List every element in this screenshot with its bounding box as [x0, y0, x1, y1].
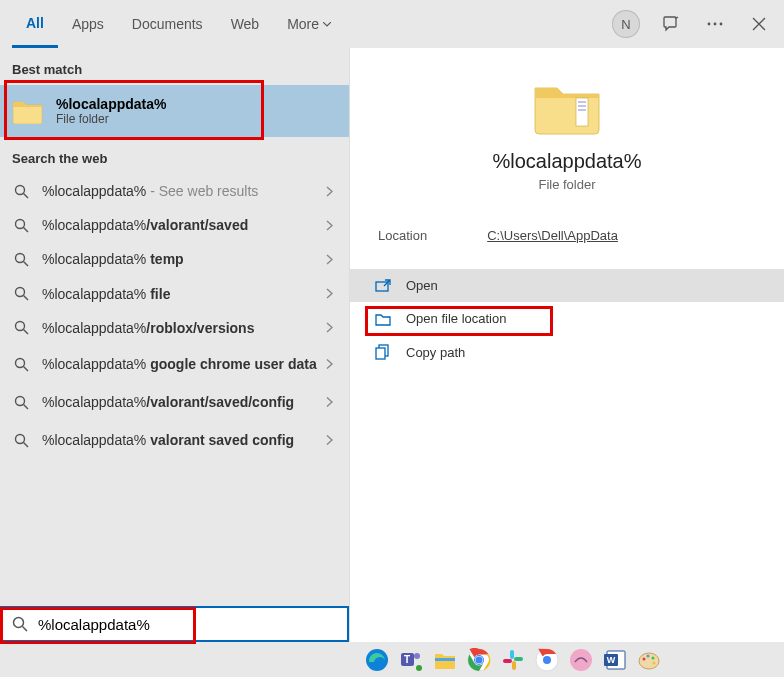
taskbar-chrome-icon[interactable]	[465, 646, 493, 674]
web-result-item[interactable]: %localappdata% google chrome user data	[0, 345, 349, 383]
svg-point-17	[15, 435, 24, 444]
svg-line-18	[23, 443, 28, 448]
taskbar-edge-icon[interactable]	[363, 646, 391, 674]
svg-point-26	[14, 618, 24, 628]
best-match-header: Best match	[0, 48, 349, 85]
web-result-text: %localappdata%/roblox/versions	[42, 319, 337, 337]
user-avatar[interactable]: N	[612, 10, 640, 38]
svg-rect-42	[503, 659, 512, 663]
search-icon	[12, 286, 30, 301]
svg-point-15	[15, 397, 24, 406]
web-result-item[interactable]: %localappdata% - See web results	[0, 174, 349, 208]
svg-rect-39	[510, 650, 514, 659]
chevron-right-icon	[326, 220, 333, 231]
svg-rect-33	[435, 658, 455, 661]
svg-point-45	[570, 649, 592, 671]
web-result-item[interactable]: %localappdata%/roblox/versions	[0, 311, 349, 345]
tab-more[interactable]: More	[273, 0, 345, 48]
web-result-text: %localappdata% file	[42, 285, 337, 303]
svg-point-52	[652, 656, 655, 659]
svg-point-11	[15, 322, 24, 331]
web-result-item[interactable]: %localappdata% temp	[0, 242, 349, 276]
taskbar-explorer-icon[interactable]	[431, 646, 459, 674]
chevron-right-icon	[326, 435, 333, 446]
svg-point-44	[543, 656, 551, 664]
search-icon	[12, 395, 30, 410]
action-label: Open	[406, 278, 438, 293]
svg-rect-40	[514, 657, 523, 661]
chevron-down-icon	[323, 22, 331, 27]
close-icon[interactable]	[746, 11, 772, 37]
chevron-right-icon	[326, 322, 333, 333]
taskbar-word-icon[interactable]: W	[601, 646, 629, 674]
results-panel: Best match %localappdata% File folder Se…	[0, 48, 349, 642]
location-value[interactable]: C:\Users\Dell\AppData	[487, 228, 618, 243]
search-icon	[12, 433, 30, 448]
taskbar: T W	[349, 642, 784, 677]
taskbar-chrome2-icon[interactable]	[533, 646, 561, 674]
svg-line-12	[23, 330, 28, 335]
web-result-item[interactable]: %localappdata%/valorant/saved/config	[0, 383, 349, 421]
svg-rect-25	[376, 348, 385, 359]
search-icon	[12, 357, 30, 372]
search-bar[interactable]	[0, 606, 349, 642]
svg-point-5	[15, 219, 24, 228]
search-input[interactable]	[38, 616, 337, 633]
taskbar-paint-icon[interactable]	[635, 646, 663, 674]
chevron-right-icon	[326, 397, 333, 408]
svg-point-1	[714, 23, 717, 26]
web-result-item[interactable]: %localappdata% file	[0, 277, 349, 311]
svg-point-7	[15, 253, 24, 262]
tab-web[interactable]: Web	[217, 0, 274, 48]
feedback-icon[interactable]	[658, 11, 684, 37]
location-label: Location	[378, 228, 427, 243]
search-icon	[12, 218, 30, 233]
svg-text:W: W	[607, 655, 616, 665]
svg-point-0	[708, 23, 711, 26]
svg-line-4	[23, 193, 28, 198]
folder-icon	[12, 95, 44, 127]
web-result-text: %localappdata%/valorant/saved	[42, 216, 337, 234]
action-label: Open file location	[406, 311, 506, 326]
search-icon	[12, 252, 30, 267]
search-icon	[12, 616, 28, 632]
tabs-bar: All Apps Documents Web More N	[0, 0, 784, 48]
action-label: Copy path	[406, 345, 465, 360]
chevron-right-icon	[326, 254, 333, 265]
svg-point-53	[653, 661, 656, 664]
best-match-title: %localappdata%	[56, 96, 166, 112]
best-match-subtitle: File folder	[56, 112, 166, 126]
action-copy-path[interactable]: Copy path	[350, 335, 784, 369]
web-search-header: Search the web	[0, 137, 349, 174]
web-result-item[interactable]: %localappdata% valorant saved config	[0, 421, 349, 459]
chevron-right-icon	[326, 359, 333, 370]
tab-all[interactable]: All	[12, 0, 58, 48]
folder-open-icon	[374, 312, 392, 326]
tab-documents[interactable]: Documents	[118, 0, 217, 48]
chevron-right-icon	[326, 288, 333, 299]
web-result-text: %localappdata%/valorant/saved/config	[42, 393, 337, 411]
tab-apps[interactable]: Apps	[58, 0, 118, 48]
action-open[interactable]: Open	[350, 269, 784, 302]
open-icon	[374, 279, 392, 293]
web-result-text: %localappdata% - See web results	[42, 182, 337, 200]
more-icon[interactable]	[702, 11, 728, 37]
svg-point-3	[15, 185, 24, 194]
svg-line-14	[23, 366, 28, 371]
taskbar-slack-icon[interactable]	[499, 646, 527, 674]
taskbar-app-icon[interactable]	[567, 646, 595, 674]
svg-point-51	[647, 654, 650, 657]
web-result-item[interactable]: %localappdata%/valorant/saved	[0, 208, 349, 242]
action-open-file-location[interactable]: Open file location	[350, 302, 784, 335]
svg-point-32	[416, 665, 422, 671]
web-result-text: %localappdata% valorant saved config	[42, 431, 337, 449]
svg-line-27	[23, 627, 28, 632]
svg-point-50	[643, 657, 646, 660]
copy-icon	[374, 344, 392, 360]
taskbar-teams-icon[interactable]: T	[397, 646, 425, 674]
best-match-item[interactable]: %localappdata% File folder	[0, 85, 349, 137]
svg-line-8	[23, 261, 28, 266]
search-icon	[12, 184, 30, 199]
web-result-text: %localappdata% temp	[42, 250, 337, 268]
web-result-text: %localappdata% google chrome user data	[42, 355, 337, 373]
